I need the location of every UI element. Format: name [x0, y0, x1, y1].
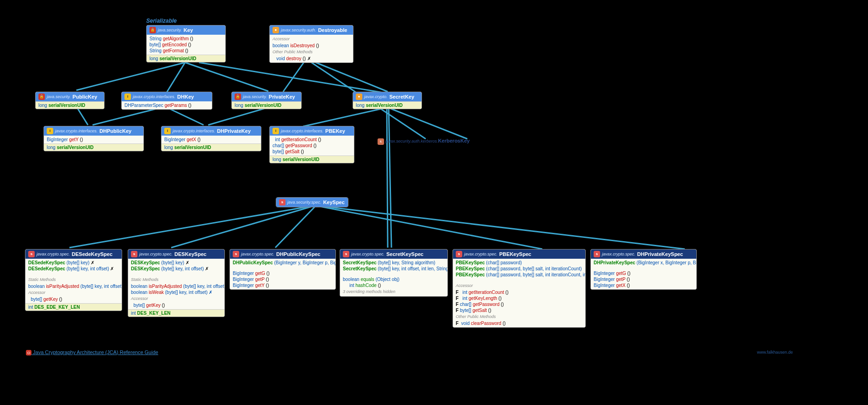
class-destroyable: ●javax.security.auth.Destroyable Accesso…: [269, 25, 353, 63]
spec-icon: s: [28, 251, 35, 257]
class-dhpubspec: sjavax.crypto.spec.DHPublicKeySpec DHPub…: [229, 249, 336, 290]
class-publickey: 🔒java.security.PublicKey long serialVers…: [35, 92, 105, 109]
class-dhkey: Ijavax.crypto.interfaces.DHKey DHParamet…: [121, 92, 212, 110]
lock-icon: 🔒: [235, 93, 241, 100]
class-pbespec: sjavax.crypto.spec.PBEKeySpec PBEKeySpec…: [453, 249, 586, 328]
class-des: sjavax.crypto.spec.DESKeySpec DESKeySpec…: [128, 249, 225, 317]
spec-icon: s: [343, 251, 349, 257]
spec-icon: s: [594, 251, 600, 257]
interface-icon: I: [164, 128, 171, 134]
class-keyspec: sjava.security.spec.KeySpec: [276, 197, 348, 207]
ball-icon: ●: [356, 93, 362, 100]
lock-icon: 🔒: [149, 27, 156, 33]
class-desede: sjavax.crypto.spec.DESedeKeySpec DESedeK…: [25, 249, 122, 311]
kerberos-link[interactable]: k javax.security.auth.kerberos.KerberosK…: [378, 138, 470, 145]
class-privatekey: 🔒java.security.PrivateKey long serialVer…: [231, 92, 302, 109]
interface-icon: I: [124, 93, 131, 100]
spec-icon: s: [131, 251, 137, 257]
serializable-link[interactable]: Serializable: [146, 18, 177, 24]
class-key: 🔒java.security.Key String getAlgorithm (…: [146, 25, 226, 62]
interface-icon: I: [273, 128, 279, 134]
kerb-icon: k: [378, 138, 384, 145]
class-dhpublickey: Ijavax.crypto.interfaces.DHPublicKey Big…: [43, 126, 144, 151]
class-pbekey: Ijavax.crypto.interfaces.PBEKey int getI…: [269, 126, 354, 163]
class-dhprivspec: sjavax.crypto.spec.DHPrivateKeySpec DHPr…: [590, 249, 697, 290]
spec-icon: s: [456, 251, 462, 257]
interface-icon: I: [47, 128, 53, 134]
class-sks: sjavax.crypto.spec.SecretKeySpec SecretK…: [340, 249, 448, 297]
jca-link[interactable]: O Java Cryptography Architecture (JCA) R…: [26, 349, 158, 355]
oracle-icon: O: [26, 350, 31, 355]
site-link[interactable]: www.falkhausen.de: [757, 350, 793, 355]
lock-icon: 🔒: [38, 93, 45, 100]
spec-icon: s: [233, 251, 239, 257]
class-secretkey: ●javax.crypto.SecretKey long serialVersi…: [353, 92, 422, 109]
class-dhprivatekey: Ijavax.crypto.interfaces.DHPrivateKey Bi…: [161, 126, 261, 151]
ball-icon: ●: [273, 27, 279, 33]
spec-icon: s: [279, 199, 285, 206]
